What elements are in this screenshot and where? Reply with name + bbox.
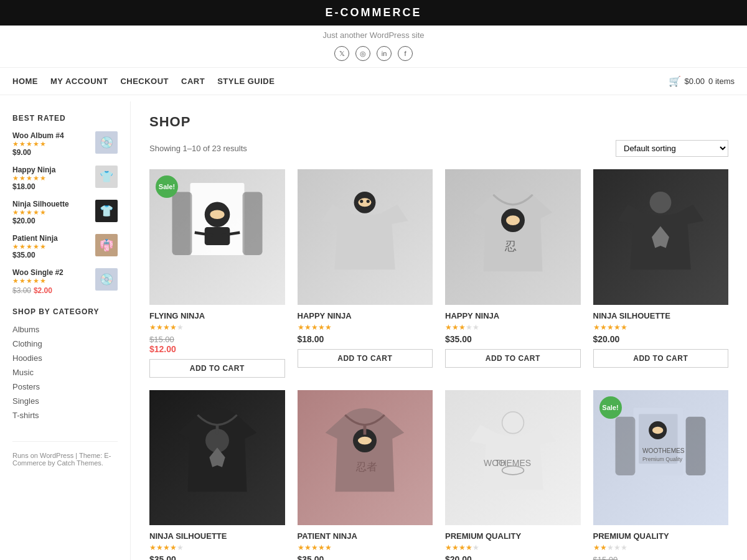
best-rated-item-1[interactable]: Woo Album #4 ★★★★★ $9.00 💿 bbox=[12, 131, 118, 157]
cart-info[interactable]: 🛒 $0.00 0 items bbox=[669, 75, 735, 87]
product-price-1: $15.00 $12.00 bbox=[149, 334, 285, 354]
category-hoodies[interactable]: Hoodies bbox=[12, 351, 118, 365]
sale-badge-8: Sale! bbox=[599, 396, 622, 419]
product-old-price-1: $15.00 bbox=[149, 335, 174, 344]
nav-wrapper: HOME MY ACCOUNT CHECKOUT CART STYLE GUID… bbox=[0, 67, 747, 95]
sidebar-footer: Runs on WordPress | Theme: E-Commerce by… bbox=[12, 441, 118, 467]
best-rated-name-5: Woo Single #2 bbox=[12, 268, 90, 277]
category-music[interactable]: Music bbox=[12, 365, 118, 380]
product-image-4[interactable] bbox=[593, 169, 729, 305]
premium-quality-poster: WOOTHEMES Premium Quality bbox=[606, 403, 715, 511]
best-rated-stars-3: ★★★★★ bbox=[12, 208, 90, 217]
category-albums[interactable]: Albums bbox=[12, 322, 118, 337]
product-name-5: NINJA SILHOUETTE bbox=[149, 531, 285, 541]
category-singles[interactable]: Singles bbox=[12, 394, 118, 408]
product-name-3: HAPPY NINJA bbox=[445, 311, 581, 320]
linkedin-icon[interactable]: in bbox=[377, 46, 392, 61]
flying-ninja-illustration bbox=[163, 183, 271, 291]
category-clothing[interactable]: Clothing bbox=[12, 337, 118, 351]
product-name-2: HAPPY NINJA bbox=[298, 311, 433, 320]
results-count: Showing 1–10 of 23 results bbox=[149, 144, 247, 153]
rss-icon[interactable]: ◎ bbox=[355, 46, 370, 61]
best-rated-name-4: Patient Ninja bbox=[12, 234, 90, 243]
best-rated-price-4: $35.00 bbox=[12, 251, 90, 259]
nav-checkout[interactable]: CHECKOUT bbox=[120, 77, 169, 86]
product-name-8: PREMIUM QUALITY bbox=[593, 531, 729, 541]
sidebar: BEST RATED Woo Album #4 ★★★★★ $9.00 💿 Ha… bbox=[6, 101, 131, 560]
best-rated-stars-2: ★★★★★ bbox=[12, 174, 90, 182]
product-price-3: $35.00 bbox=[445, 334, 581, 344]
social-icons: 𝕏 ◎ in f bbox=[0, 44, 747, 67]
nav-style-guide[interactable]: STYLE GUIDE bbox=[217, 77, 275, 86]
product-image-7[interactable]: WOO THEMES bbox=[445, 390, 581, 526]
product-image-5[interactable] bbox=[149, 390, 285, 526]
best-rated-item-3[interactable]: Ninja Silhouette ★★★★★ $20.00 👕 bbox=[12, 200, 118, 225]
facebook-icon[interactable]: f bbox=[398, 46, 413, 61]
best-rated-title: BEST RATED bbox=[12, 114, 118, 123]
best-rated-thumb-1: 💿 bbox=[95, 131, 118, 154]
product-name-6: PATIENT NINJA bbox=[298, 531, 433, 541]
best-rated-thumb-2: 👕 bbox=[95, 166, 118, 188]
best-rated-name-3: Ninja Silhouette bbox=[12, 200, 90, 208]
svg-point-19 bbox=[358, 437, 372, 445]
category-posters[interactable]: Posters bbox=[12, 380, 118, 394]
product-stars-4: ★★★★★ bbox=[593, 323, 729, 332]
product-new-price-1: $12.00 bbox=[149, 344, 176, 354]
product-card-6: 忍者 PATIENT NINJA ★★★★★ $35.00 ADD TO CAR… bbox=[298, 390, 433, 561]
svg-rect-32 bbox=[616, 417, 636, 475]
add-to-cart-4[interactable]: ADD TO CART bbox=[593, 349, 729, 368]
best-rated-item-2[interactable]: Happy Ninja ★★★★★ $18.00 👕 bbox=[12, 166, 118, 191]
svg-text:忍者: 忍者 bbox=[355, 460, 377, 473]
product-stars-3: ★★★★★ bbox=[445, 323, 581, 332]
svg-rect-2 bbox=[204, 227, 230, 245]
twitter-icon[interactable]: 𝕏 bbox=[334, 46, 349, 61]
sort-select[interactable]: Default sorting Sort by popularity Sort … bbox=[616, 140, 728, 157]
add-to-cart-2[interactable]: ADD TO CART bbox=[298, 349, 433, 368]
best-rated-price-3: $20.00 bbox=[12, 217, 90, 225]
best-rated-price-1: $9.00 bbox=[12, 148, 90, 157]
sale-badge-1: Sale! bbox=[156, 175, 178, 198]
cart-amount: $0.00 bbox=[685, 77, 705, 86]
product-card-5: NINJA SILHOUETTE ★★★★★ $35.00 ADD TO CAR… bbox=[149, 390, 285, 561]
nav-cart[interactable]: CART bbox=[181, 77, 205, 86]
best-rated-item-4[interactable]: Patient Ninja ★★★★★ $35.00 👘 bbox=[12, 234, 118, 259]
product-card-7: WOO THEMES PREMIUM QUALITY ★★★★★ $20.00 … bbox=[445, 390, 581, 561]
category-tshirts[interactable]: T-shirts bbox=[12, 408, 118, 422]
site-title: E-COMMERCE bbox=[6, 6, 741, 19]
ninja-silhouette-hoodie bbox=[163, 403, 271, 511]
product-card-8: Sale! WOOTHEMES Premium Quality PREMIUM … bbox=[593, 390, 729, 561]
product-image-8[interactable]: Sale! WOOTHEMES Premium Quality bbox=[593, 390, 729, 526]
shop-title: SHOP bbox=[149, 114, 728, 130]
best-rated-thumb-3: 👕 bbox=[95, 200, 118, 222]
svg-rect-33 bbox=[686, 417, 706, 475]
product-price-5: $35.00 bbox=[149, 554, 285, 560]
nav-my-account[interactable]: MY ACCOUNT bbox=[50, 77, 108, 86]
product-stars-8: ★★★★★ bbox=[593, 543, 729, 552]
svg-point-10 bbox=[360, 200, 363, 203]
best-rated-name-1: Woo Album #4 bbox=[12, 131, 90, 140]
product-stars-5: ★★★★★ bbox=[149, 543, 285, 552]
product-card-3: 忍 HAPPY NINJA ★★★★★ $35.00 ADD TO CART bbox=[445, 169, 581, 378]
add-to-cart-3[interactable]: ADD TO CART bbox=[445, 349, 581, 368]
nav-home[interactable]: HOME bbox=[12, 77, 38, 86]
product-price-6: $35.00 bbox=[298, 554, 433, 560]
product-stars-6: ★★★★★ bbox=[298, 543, 433, 552]
product-stars-1: ★★★★★ bbox=[149, 323, 285, 332]
best-rated-old-price-5: $3.00 bbox=[12, 286, 31, 295]
product-image-6[interactable]: 忍者 bbox=[298, 390, 433, 526]
best-rated-item-5[interactable]: Woo Single #2 ★★★★★ $3.00 $2.00 💿 bbox=[12, 268, 118, 295]
product-image-1[interactable]: Sale! bbox=[149, 169, 285, 305]
premium-quality-tshirt: WOO THEMES bbox=[459, 403, 567, 511]
shop-area: SHOP Showing 1–10 of 23 results Default … bbox=[131, 101, 741, 560]
best-rated-stars-1: ★★★★★ bbox=[12, 140, 90, 148]
product-name-7: PREMIUM QUALITY bbox=[445, 531, 581, 541]
add-to-cart-1[interactable]: ADD TO CART bbox=[149, 359, 285, 378]
ninja-silhouette-tshirt bbox=[606, 183, 715, 291]
product-image-3[interactable]: 忍 bbox=[445, 169, 581, 305]
product-image-2[interactable] bbox=[298, 169, 433, 305]
svg-rect-7 bbox=[242, 192, 262, 255]
product-card-2: HAPPY NINJA ★★★★★ $18.00 ADD TO CART bbox=[298, 169, 433, 378]
best-rated-price-2: $18.00 bbox=[12, 182, 90, 191]
product-name-1: FLYING NINJA bbox=[149, 311, 285, 320]
svg-text:WOOTHEMES: WOOTHEMES bbox=[642, 447, 685, 454]
